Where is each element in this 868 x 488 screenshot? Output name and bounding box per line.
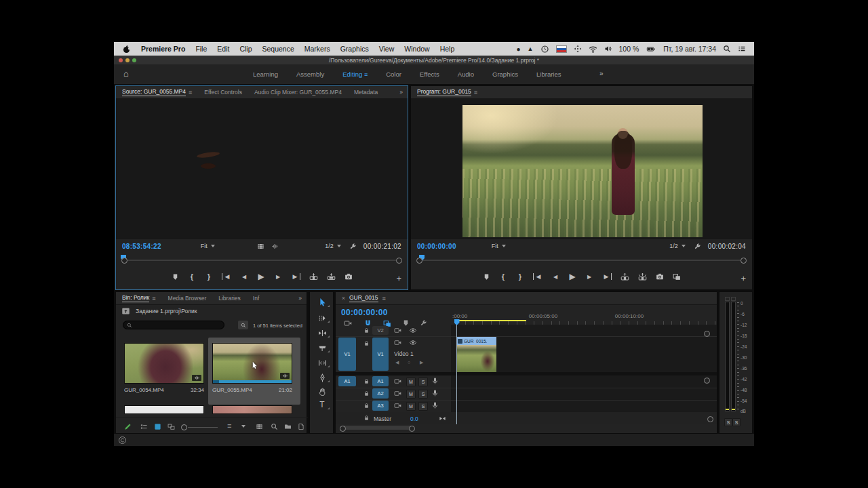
voiceover-record-mic-icon[interactable] — [431, 389, 439, 397]
selection-tool[interactable] — [310, 296, 334, 308]
lock-icon[interactable] — [363, 378, 370, 384]
overwrite-button[interactable] — [327, 272, 336, 281]
lock-icon[interactable] — [363, 403, 370, 409]
list-view-button[interactable] — [140, 423, 148, 430]
menu-window[interactable]: Window — [404, 45, 429, 53]
thumb-scrub-handle[interactable] — [213, 380, 219, 383]
source-patch-icon[interactable] — [394, 402, 401, 409]
play-button[interactable]: ▶ — [257, 272, 265, 281]
drag-video-only-icon[interactable] — [257, 243, 264, 250]
bin-item-name[interactable]: GUR_0055.MP4 — [212, 387, 252, 393]
add-marker-button[interactable] — [171, 273, 179, 281]
zoom-scrollbar-handle-left[interactable] — [340, 426, 346, 432]
razor-tool[interactable] — [310, 342, 334, 354]
comparison-view-button[interactable] — [673, 272, 681, 281]
source-patch-icon[interactable] — [394, 339, 401, 346]
step-back-button[interactable]: ◀ — [551, 274, 559, 280]
tab-info[interactable]: Inf — [247, 295, 259, 302]
zoom-scrollbar-handle-right[interactable] — [409, 426, 415, 432]
source-scrub-bar[interactable] — [116, 253, 408, 268]
screen-record-icon[interactable]: ● — [517, 45, 521, 53]
freeform-view-button[interactable] — [167, 423, 175, 430]
type-tool[interactable]: T — [310, 399, 334, 411]
panel-menu-icon[interactable]: ≡ — [382, 295, 386, 302]
timeline-clip-gur0015[interactable]: GUR_0015. — [456, 337, 496, 372]
project-tabs-overflow-icon[interactable]: » — [294, 295, 307, 302]
menu-view[interactable]: View — [379, 45, 395, 53]
menu-markers[interactable]: Markers — [304, 45, 330, 53]
solo-track-button[interactable]: S — [418, 390, 428, 399]
mute-track-button[interactable]: M — [406, 378, 416, 386]
source-patch-icon[interactable] — [394, 378, 401, 385]
menu-app-name[interactable]: Premiere Pro — [141, 45, 185, 53]
workspace-audio[interactable]: Audio — [458, 70, 474, 78]
bin-item-thumbnail-3-partial[interactable] — [124, 405, 204, 414]
tab-sequence[interactable]: × GUR_0015 ≡ — [336, 294, 392, 302]
panel-menu-icon[interactable]: ≡ — [189, 89, 192, 96]
thumb-scrub-strip[interactable] — [213, 380, 292, 383]
program-scrub-bar[interactable] — [411, 253, 752, 268]
clip-indicator-right[interactable] — [731, 297, 736, 301]
source-scrub-track[interactable] — [125, 260, 398, 261]
prev-keyframe-button[interactable]: ◀ — [395, 360, 399, 365]
track-target-a1[interactable]: A1 — [372, 376, 389, 386]
source-timecode[interactable]: 08:53:54:22 — [122, 243, 161, 250]
track-select-forward-tool[interactable] — [310, 312, 334, 324]
program-video-area[interactable] — [411, 98, 752, 239]
panel-menu-icon[interactable]: ≡ — [474, 89, 477, 96]
tab-media-browser[interactable]: Media Browser — [162, 295, 213, 302]
next-keyframe-button[interactable]: ▶ — [420, 360, 423, 365]
mark-out-button[interactable]: } — [516, 272, 524, 281]
button-editor-plus[interactable]: + — [396, 273, 401, 283]
lock-icon[interactable] — [363, 390, 370, 396]
lock-icon[interactable] — [363, 327, 370, 333]
timeline-playhead-line[interactable] — [456, 325, 457, 424]
tab-metadata[interactable]: Metadata — [348, 89, 384, 96]
button-editor-plus[interactable]: + — [741, 273, 746, 283]
close-window-button[interactable] — [119, 58, 123, 62]
workspace-assembly[interactable]: Assembly — [296, 70, 324, 78]
workspace-editing[interactable]: Editing ≡ — [342, 70, 368, 78]
ripple-edit-tool[interactable] — [310, 327, 334, 339]
track-height-handle[interactable] — [704, 378, 710, 384]
master-gain-value[interactable]: 0.0 — [410, 415, 418, 422]
sort-icons-button[interactable]: ≡ — [227, 422, 231, 430]
go-to-out-button[interactable]: ▶ — [602, 273, 612, 280]
source-fit-dropdown[interactable]: Fit — [201, 243, 215, 249]
spotlight-search-icon[interactable] — [723, 45, 731, 53]
workspace-graphics[interactable]: Graphics — [492, 70, 518, 78]
search-input[interactable] — [135, 321, 220, 329]
source-track-indicator-v1[interactable]: V1 — [338, 338, 356, 371]
notification-list-icon[interactable] — [738, 45, 746, 53]
status-triangle-icon[interactable]: ▲ — [528, 45, 534, 52]
insert-button[interactable] — [309, 272, 318, 281]
export-frame-button[interactable] — [344, 272, 353, 281]
step-forward-button[interactable]: ▶ — [585, 274, 593, 280]
timeline-timecode[interactable]: 00:00:00:00 — [341, 308, 388, 317]
zoom-slider-handle[interactable] — [181, 424, 187, 430]
bin-item-thumbnail-2[interactable] — [212, 343, 292, 384]
volume-icon[interactable] — [604, 45, 612, 53]
time-machine-icon[interactable] — [540, 45, 549, 54]
slip-tool[interactable] — [310, 357, 334, 369]
bin-search-box[interactable] — [123, 321, 224, 329]
workspace-color[interactable]: Color — [386, 70, 401, 78]
voiceover-record-mic-icon[interactable] — [431, 401, 439, 409]
source-video-area[interactable] — [116, 98, 408, 239]
track-target-v2[interactable]: V2 — [372, 326, 389, 335]
tab-effect-controls[interactable]: Effect Controls — [198, 89, 248, 96]
workspace-libraries[interactable]: Libraries — [536, 70, 561, 78]
hand-tool[interactable] — [310, 386, 334, 398]
mute-track-button[interactable]: M — [406, 390, 416, 399]
keyboard-nav-icon[interactable] — [574, 45, 582, 53]
scroll-handle-left[interactable] — [416, 258, 422, 264]
new-item-button[interactable] — [298, 423, 304, 430]
apple-menu-icon[interactable] — [122, 45, 131, 54]
step-forward-button[interactable]: ▶ — [274, 274, 282, 280]
new-bin-button[interactable] — [284, 423, 292, 430]
scroll-handle-left[interactable] — [121, 258, 127, 264]
pen-tool[interactable] — [310, 371, 334, 384]
mark-out-button[interactable]: } — [205, 272, 213, 281]
step-back-button[interactable]: ◀ — [240, 274, 248, 280]
workspace-learning[interactable]: Learning — [253, 70, 278, 78]
